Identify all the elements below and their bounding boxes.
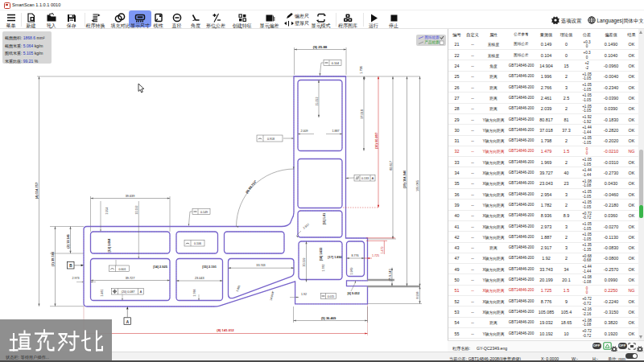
svg-text:2.766: 2.766 — [193, 290, 196, 297]
svg-text:8.936: 8.936 — [416, 292, 419, 299]
svg-text:1.969: 1.969 — [350, 268, 353, 275]
svg-text:[16] 1.633: [16] 1.633 — [320, 248, 323, 261]
svg-text:(20) 0.087: (20) 0.087 — [122, 290, 134, 294]
svg-text:[14] 2.925: [14] 2.925 — [153, 265, 168, 269]
svg-text:23.043: 23.043 — [195, 277, 204, 280]
svg-text:0.015: 0.015 — [328, 295, 335, 298]
svg-text:0.918: 0.918 — [267, 138, 275, 141]
svg-text:80.817: 80.817 — [390, 161, 393, 171]
svg-text:2.954: 2.954 — [105, 208, 109, 215]
svg-text:[11] 1.81: [11] 1.81 — [323, 213, 326, 225]
svg-text:[17] 1.890: [17] 1.890 — [328, 256, 341, 259]
svg-text:1.798: 1.798 — [360, 66, 363, 74]
svg-text:15.052: 15.052 — [316, 97, 319, 106]
svg-text:1.887: 1.887 — [332, 130, 340, 133]
svg-text:0.106: 0.106 — [194, 242, 201, 245]
svg-text:0.601: 0.601 — [119, 268, 126, 271]
svg-text:8.776: 8.776 — [352, 254, 359, 257]
svg-text:33.743: 33.743 — [256, 264, 265, 267]
svg-text:(7) 9.243: (7) 9.243 — [389, 269, 392, 281]
svg-text:20.199: 20.199 — [303, 258, 306, 267]
svg-text:[15] 2.191: [15] 2.191 — [202, 265, 217, 269]
svg-text:(1) 39.566: (1) 39.566 — [51, 251, 55, 266]
svg-text:0.104: 0.104 — [332, 62, 340, 65]
svg-text:(9) 25.88: (9) 25.88 — [313, 45, 328, 49]
svg-text:[13] 3.004: [13] 3.004 — [108, 238, 111, 253]
svg-text:1.782: 1.782 — [322, 265, 325, 272]
svg-text:[6] 9.052: [6] 9.052 — [347, 292, 359, 295]
svg-text:(5) 36.469: (5) 36.469 — [321, 316, 336, 320]
svg-text:1.479: 1.479 — [381, 247, 384, 254]
svg-text:0.149: 0.149 — [200, 211, 208, 214]
svg-text:1.981: 1.981 — [236, 285, 242, 292]
svg-text:39.727: 39.727 — [126, 277, 135, 280]
svg-text:(19) 104.046: (19) 104.046 — [402, 170, 407, 188]
svg-text:(2) 13.146: (2) 13.146 — [67, 234, 70, 248]
svg-text:2.009: 2.009 — [301, 130, 308, 133]
svg-text:2.461: 2.461 — [101, 290, 104, 297]
svg-text:14.904°: 14.904° — [269, 290, 275, 302]
svg-text:(10) 60.897: (10) 60.897 — [374, 132, 378, 149]
svg-text:105.085: 105.085 — [416, 180, 419, 191]
svg-text:(8) 99.754°: (8) 99.754° — [245, 179, 258, 194]
svg-text:(4) 114.757: (4) 114.757 — [35, 182, 39, 199]
svg-text:39.639: 39.639 — [126, 195, 135, 198]
svg-text:10.192: 10.192 — [135, 206, 138, 215]
svg-text:37.018: 37.018 — [361, 109, 364, 119]
svg-text:1.725: 1.725 — [372, 254, 379, 257]
svg-text:2.973: 2.973 — [72, 277, 80, 280]
svg-text:0.133: 0.133 — [361, 177, 369, 180]
svg-text:(8) 141.012: (8) 141.012 — [217, 328, 234, 332]
svg-text:1.92: 1.92 — [301, 293, 307, 296]
svg-text:2.917: 2.917 — [303, 223, 311, 230]
